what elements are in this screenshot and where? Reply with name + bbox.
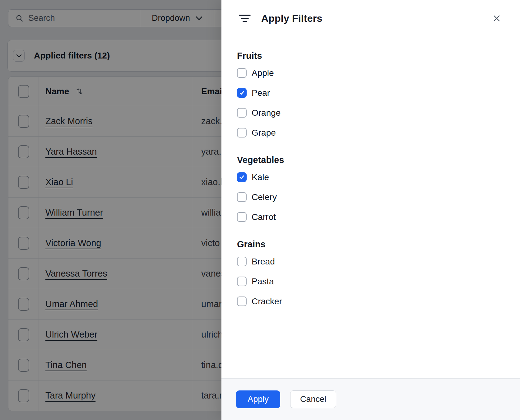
checkbox[interactable] [237, 128, 247, 138]
checkbox[interactable] [237, 108, 247, 118]
option-label: Kale [252, 172, 269, 182]
panel-content: Fruits Apple Pear Orange Grape Vegetable… [221, 37, 520, 378]
filter-option[interactable]: Bread [237, 257, 503, 266]
check-icon [239, 174, 245, 180]
filter-option[interactable]: Orange [237, 108, 503, 118]
option-label: Cracker [252, 296, 282, 306]
panel-footer: Apply Cancel [221, 378, 520, 420]
checkbox[interactable] [237, 296, 247, 306]
panel-header: Apply Filters [221, 0, 520, 37]
filter-option[interactable]: Grape [237, 128, 503, 138]
checkbox[interactable] [237, 192, 247, 202]
filter-option[interactable]: Pear [237, 88, 503, 98]
checkbox[interactable] [237, 277, 247, 286]
filter-option[interactable]: Cracker [237, 296, 503, 306]
close-icon [492, 14, 501, 23]
checkbox[interactable] [237, 212, 247, 222]
checkbox[interactable] [237, 88, 247, 98]
option-label: Pear [252, 88, 270, 98]
section-heading: Fruits [237, 50, 503, 61]
option-label: Bread [252, 257, 275, 267]
filter-option[interactable]: Pasta [237, 277, 503, 286]
filter-option[interactable]: Carrot [237, 212, 503, 222]
check-icon [239, 90, 245, 96]
checkbox[interactable] [237, 172, 247, 182]
filter-icon [239, 14, 251, 23]
option-label: Carrot [252, 212, 276, 222]
checkbox[interactable] [237, 257, 247, 266]
close-button[interactable] [490, 11, 504, 26]
filter-section-vegetables: Vegetables Kale Celery Carrot [237, 154, 503, 222]
cancel-button[interactable]: Cancel [290, 390, 336, 408]
section-heading: Vegetables [237, 154, 503, 166]
filter-section-fruits: Fruits Apple Pear Orange Grape [237, 50, 503, 138]
filter-option[interactable]: Celery [237, 192, 503, 202]
option-label: Pasta [252, 277, 274, 287]
option-label: Celery [252, 192, 277, 202]
option-label: Orange [252, 108, 281, 118]
filter-option[interactable]: Apple [237, 68, 503, 78]
option-label: Grape [252, 128, 276, 138]
filter-option[interactable]: Kale [237, 172, 503, 182]
checkbox[interactable] [237, 68, 247, 78]
section-heading: Grains [237, 239, 503, 250]
option-label: Apple [252, 68, 274, 78]
filter-panel: Apply Filters Fruits Apple Pear Orange [221, 0, 520, 420]
panel-title: Apply Filters [261, 13, 322, 24]
filter-section-grains: Grains Bread Pasta Cracker [237, 239, 503, 306]
apply-button[interactable]: Apply [236, 390, 280, 408]
